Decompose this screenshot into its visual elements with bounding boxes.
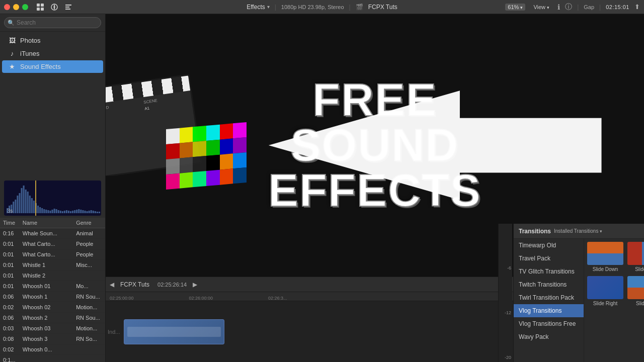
svg-rect-51	[93, 211, 94, 213]
transition-list-item[interactable]: Wavy Pack	[514, 330, 584, 343]
transition-list-item[interactable]: Timewarp Old	[514, 239, 584, 252]
transition-card[interactable]: Slide Right	[587, 276, 623, 306]
svg-rect-48	[87, 211, 88, 213]
svg-rect-26	[41, 208, 43, 213]
transition-list-item[interactable]: Twitch Transitions	[514, 278, 584, 291]
sfx-name-cell: Whistle 1	[20, 259, 73, 270]
table-row[interactable]: 0:01 Whoosh 01 Mo...	[0, 281, 105, 291]
info-icon[interactable]: ℹ	[557, 3, 560, 11]
sfx-name-cell: Whoosh 3	[20, 333, 73, 344]
sidebar-item-photos[interactable]: 🖼 Photos	[2, 34, 103, 47]
transition-list-item[interactable]: Vlog Transitions	[514, 304, 584, 317]
transition-card[interactable]: Slide Up	[627, 276, 644, 306]
svg-rect-17	[23, 186, 25, 213]
col-header-name[interactable]: Name	[20, 218, 73, 228]
close-button[interactable]	[4, 4, 10, 10]
color-swatch	[180, 157, 193, 173]
transition-card-label: Slide Up	[636, 301, 644, 306]
inspector-icon[interactable]	[62, 1, 74, 13]
svg-rect-20	[29, 196, 31, 213]
table-row[interactable]: 0:06 Whoosh 1 RN Sou...	[0, 291, 105, 302]
svg-rect-42	[74, 210, 75, 213]
svg-rect-31	[51, 210, 53, 213]
color-swatch	[206, 125, 220, 141]
table-row[interactable]: 0:16 Whale Soun... Animal	[0, 228, 105, 238]
svg-rect-25	[39, 207, 41, 213]
table-row[interactable]: 0:01 Whistle 2	[0, 270, 105, 281]
video-text-line3: EFFECTS	[268, 168, 481, 213]
search-input[interactable]	[4, 17, 101, 28]
table-row[interactable]: 0:03 Whoosh 03 Motion...	[0, 323, 105, 333]
badge-dropdown-icon[interactable]: ▾	[600, 229, 602, 234]
photos-icon: 🖼	[8, 37, 16, 44]
view-button[interactable]: View ▾	[530, 3, 552, 11]
zoom-badge[interactable]: 61% ▾	[505, 4, 525, 11]
table-row[interactable]: 0:06 Whoosh 2 RN Sou...	[0, 312, 105, 323]
transition-list-item[interactable]: Twirl Transition Pack	[514, 291, 584, 304]
sidebar-item-itunes[interactable]: ♪ iTunes	[2, 47, 103, 60]
titlebar: Effects ▾ | 1080p HD 23.98p, Stereo | 🎬 …	[0, 0, 644, 14]
table-row[interactable]: 0:02 Whoosh 02 Motion...	[0, 302, 105, 312]
sfx-name-cell: Whoosh 03	[20, 323, 73, 333]
sfx-time-cell: 0:02	[0, 344, 20, 354]
table-row[interactable]: 0:1...	[0, 354, 105, 362]
timeline-back-nav[interactable]: ◀	[110, 281, 114, 288]
sfx-genre-cell	[73, 344, 105, 354]
titlebar-right: 61% ▾ View ▾ ℹ ⓘ | Gap | 02:15:01 ⬆	[505, 3, 640, 12]
table-row[interactable]: 0:02 Whoosh 0...	[0, 344, 105, 354]
search-wrapper: 🔍	[4, 17, 101, 28]
installed-badge: Installed Transitions ▾	[554, 228, 602, 234]
svg-rect-46	[82, 210, 84, 213]
svg-rect-35	[60, 211, 61, 213]
effects-dropdown-icon[interactable]: ▾	[267, 4, 270, 10]
gap-label: Gap	[584, 4, 594, 10]
sfx-genre-cell: Animal	[73, 228, 105, 238]
transition-list-item[interactable]: Vlog Transitions Free	[514, 317, 584, 330]
color-swatch	[233, 152, 247, 168]
svg-rect-2	[37, 8, 40, 11]
color-swatch	[220, 153, 233, 169]
effects-label: Effects ▾	[247, 4, 269, 11]
minimize-button[interactable]	[13, 4, 19, 10]
info-icon2[interactable]: ⓘ	[565, 3, 572, 12]
color-swatch	[193, 156, 206, 172]
col-header-time[interactable]: Time	[0, 218, 20, 228]
sfx-time-cell: 0:01	[0, 259, 20, 270]
transition-card[interactable]: Slide Down	[587, 242, 623, 272]
sfx-genre-cell	[73, 354, 105, 362]
browser-icon[interactable]	[48, 1, 60, 13]
table-row[interactable]: 0:01 What Carto... People	[0, 249, 105, 259]
transition-card[interactable]: Slide Left	[627, 242, 644, 272]
table-row[interactable]: 0:01 What Carto... People	[0, 238, 105, 249]
transitions-title: Transitions	[519, 228, 551, 235]
color-swatch	[193, 141, 206, 157]
table-row[interactable]: 0:08 Whoosh 3 RN So...	[0, 333, 105, 344]
svg-rect-47	[84, 211, 86, 213]
track-clip[interactable]	[124, 319, 224, 344]
sfx-genre-cell: RN Sou...	[73, 312, 105, 323]
sfx-time-cell: 0:08	[0, 333, 20, 344]
sound-effects-icon: ★	[8, 63, 16, 70]
sidebar: 🔍 🖼 Photos ♪ iTunes ★ Sound Effects	[0, 14, 106, 362]
sfx-name-cell: Whoosh 0...	[20, 344, 73, 354]
library-icon[interactable]	[34, 1, 46, 13]
sfx-table-body: 0:16 Whale Soun... Animal 0:01 What Cart…	[0, 228, 105, 362]
svg-rect-18	[25, 190, 27, 213]
transition-thumb	[627, 242, 644, 265]
sfx-name-cell: Whoosh 02	[20, 302, 73, 312]
timeline-fwd-nav[interactable]: ▶	[193, 281, 197, 288]
view-label: View	[533, 4, 545, 10]
sfx-time-cell: 0:1...	[0, 354, 20, 362]
svg-rect-44	[78, 209, 79, 213]
sfx-genre-cell	[73, 270, 105, 281]
svg-rect-1	[41, 4, 44, 7]
table-row[interactable]: 0:01 Whistle 1 Misc...	[0, 259, 105, 270]
share-icon[interactable]: ⬆	[634, 3, 640, 11]
col-header-genre[interactable]: Genre	[73, 218, 105, 228]
traffic-lights	[4, 4, 28, 10]
maximize-button[interactable]	[22, 4, 28, 10]
sfx-name-cell: Whoosh 01	[20, 281, 73, 291]
transition-list-item[interactable]: Travel Pack	[514, 252, 584, 265]
transition-list-item[interactable]: TV Glitch Transitions	[514, 265, 584, 278]
sidebar-item-sound-effects[interactable]: ★ Sound Effects	[2, 60, 103, 73]
